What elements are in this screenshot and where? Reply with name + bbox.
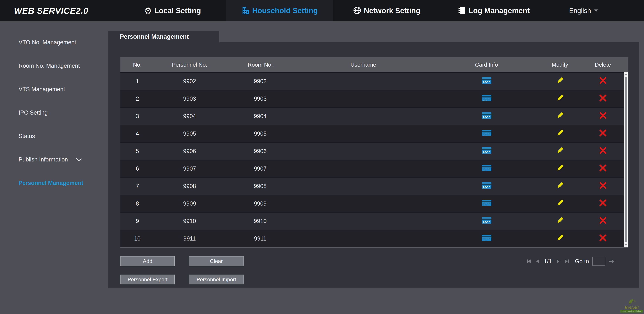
scroll-up-arrow-icon[interactable] [625, 73, 627, 75]
cell-no: 5 [120, 143, 154, 160]
personnel-import-button[interactable]: Personnel Import [189, 274, 244, 284]
sidebar-item-label: VTS Management [18, 86, 65, 93]
last-page-icon[interactable] [564, 258, 570, 264]
card-info-icon[interactable] [482, 217, 492, 224]
cell-personnel-no: 9911 [154, 230, 225, 247]
cell-personnel-no: 9904 [154, 108, 225, 125]
col-header-modify: Modify [542, 57, 578, 73]
personnel-table: No. Personnel No. Room No. Username Card… [120, 57, 628, 248]
cell-no: 10 [120, 230, 154, 247]
modify-pencil-icon[interactable] [556, 216, 564, 225]
page-indicator: 1/1 [544, 258, 552, 265]
table-header-row: No. Personnel No. Room No. Username Card… [120, 57, 628, 73]
tab-personnel-management[interactable]: Personnel Management [108, 31, 219, 43]
cell-username [296, 73, 431, 90]
card-info-icon[interactable] [482, 94, 492, 102]
previous-page-icon[interactable] [535, 258, 540, 264]
sidebar-item-vto-no-management[interactable]: VTO No. Management [0, 31, 108, 54]
card-info-icon[interactable] [482, 182, 492, 189]
goto-arrow-icon[interactable] [609, 258, 615, 264]
table-row: 9 9910 9910 [120, 212, 628, 230]
nav-label: Network Setting [364, 7, 420, 15]
next-page-icon[interactable] [555, 258, 561, 264]
cell-username [296, 90, 431, 108]
gear-icon: ⚙ [144, 6, 152, 15]
delete-x-icon[interactable] [600, 77, 606, 84]
sidebar-item-ipc-setting[interactable]: IPC Setting [0, 101, 108, 124]
cell-username [296, 160, 431, 177]
cell-room-no: 9907 [225, 160, 296, 177]
add-button[interactable]: Add [120, 256, 175, 266]
cell-username [296, 195, 431, 212]
delete-x-icon[interactable] [600, 199, 606, 206]
card-info-icon[interactable] [482, 164, 492, 172]
language-label: English [569, 7, 591, 15]
sidebar-item-personnel-management[interactable]: Personnel Management [0, 171, 108, 195]
goto-page-input[interactable] [592, 257, 605, 266]
cell-personnel-no: 9908 [154, 177, 225, 195]
modify-pencil-icon[interactable] [556, 199, 564, 207]
delete-x-icon[interactable] [600, 129, 606, 137]
delete-x-icon[interactable] [600, 147, 606, 154]
table-scrollbar[interactable] [624, 72, 628, 247]
table-row: 10 9911 9911 [120, 230, 628, 247]
cell-room-no: 9910 [225, 212, 296, 230]
cell-no: 8 [120, 195, 154, 212]
nav-local-setting[interactable]: ⚙ Local Setting [119, 0, 226, 22]
modify-pencil-icon[interactable] [556, 129, 564, 137]
sidebar-item-room-no-management[interactable]: Room No. Management [0, 54, 108, 78]
sidebar-item-status[interactable]: Status [0, 124, 108, 148]
card-info-icon[interactable] [482, 199, 492, 207]
cell-room-no: 9902 [225, 73, 296, 90]
sidebar-item-vts-management[interactable]: VTS Management [0, 78, 108, 101]
sidebar-item-label: Publish Information [18, 156, 68, 163]
goto-label: Go to [575, 258, 589, 265]
cell-no: 4 [120, 125, 154, 143]
card-info-icon[interactable] [482, 77, 492, 84]
table-row: 7 9908 9908 [120, 177, 628, 195]
sidebar-item-label: Room No. Management [18, 63, 80, 69]
nav-household-setting[interactable]: Household Setting [226, 0, 333, 22]
delete-x-icon[interactable] [600, 95, 606, 102]
sidebar-item-label: Personnel Management [18, 180, 83, 186]
language-selector[interactable]: English [547, 0, 644, 22]
nav-log-management[interactable]: Log Management [440, 0, 547, 22]
delete-x-icon[interactable] [600, 164, 606, 171]
clear-button[interactable]: Clear [189, 256, 244, 266]
modify-pencil-icon[interactable] [556, 76, 564, 85]
table-footer: Add Clear 1/1 [120, 256, 628, 284]
cell-no: 3 [120, 108, 154, 125]
card-info-icon[interactable] [482, 234, 492, 242]
cell-no: 7 [120, 177, 154, 195]
modify-pencil-icon[interactable] [556, 234, 564, 242]
card-info-icon[interactable] [482, 129, 492, 137]
log-book-icon [458, 6, 466, 16]
cell-personnel-no: 9906 [154, 143, 225, 160]
cell-username [296, 143, 431, 160]
personnel-export-button[interactable]: Personnel Export [120, 274, 175, 284]
col-header-no: No. [120, 57, 154, 73]
delete-x-icon[interactable] [600, 182, 606, 189]
cell-personnel-no: 9902 [154, 73, 225, 90]
scroll-down-arrow-icon[interactable] [625, 244, 627, 246]
cell-room-no: 9911 [225, 230, 296, 247]
modify-pencil-icon[interactable] [556, 94, 564, 102]
modify-pencil-icon[interactable] [556, 181, 564, 190]
nav-network-setting[interactable]: Network Setting [333, 0, 440, 22]
delete-x-icon[interactable] [600, 217, 606, 224]
first-page-icon[interactable] [526, 258, 532, 264]
modify-pencil-icon[interactable] [556, 146, 564, 155]
cell-personnel-no: 9909 [154, 195, 225, 212]
table-row: 3 9904 9904 [120, 108, 628, 125]
scrollbar-thumb[interactable] [625, 77, 627, 242]
watermark: HoGaKi Home - garden - kitchen [620, 298, 643, 312]
sidebar-item-publish-information[interactable]: Publish Information [0, 148, 108, 171]
card-info-icon[interactable] [482, 112, 492, 119]
card-info-icon[interactable] [482, 147, 492, 154]
modify-pencil-icon[interactable] [556, 111, 564, 120]
modify-pencil-icon[interactable] [556, 164, 564, 172]
delete-x-icon[interactable] [600, 234, 606, 241]
cell-room-no: 9904 [225, 108, 296, 125]
delete-x-icon[interactable] [600, 112, 606, 119]
cell-no: 2 [120, 90, 154, 108]
